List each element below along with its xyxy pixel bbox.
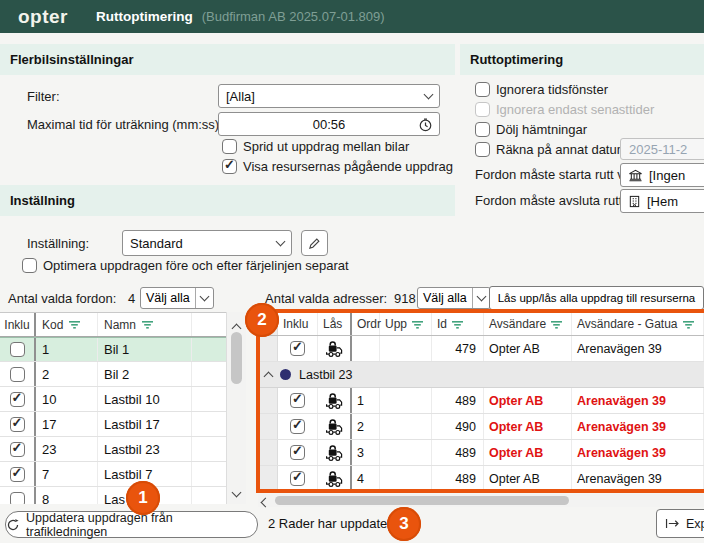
include-checkbox[interactable]: [290, 471, 305, 486]
upp-cell: [380, 336, 432, 361]
ordr-cell: 3: [352, 440, 380, 465]
address-row[interactable]: 479 Opter AB Arenavägen 39: [258, 336, 704, 362]
chevron-down-icon: [472, 288, 490, 308]
column-header-namn[interactable]: Namn: [98, 313, 192, 336]
column-header-ordr[interactable]: Ordr: [352, 313, 380, 335]
filter-icon[interactable]: [69, 320, 81, 329]
scrollbar-thumb[interactable]: [231, 332, 242, 384]
vehicle-row[interactable]: 23 Lastbil 23: [0, 437, 226, 462]
include-checkbox[interactable]: [10, 492, 25, 505]
scroll-left-icon[interactable]: [262, 492, 269, 510]
valj-alla-adresser-dropdown[interactable]: Välj alla: [417, 287, 491, 309]
export-button[interactable]: Expo: [656, 509, 704, 538]
column-label: Id: [437, 317, 447, 331]
valj-alla-fordon-dropdown[interactable]: Välj alla: [140, 287, 214, 309]
include-checkbox[interactable]: [10, 367, 25, 382]
date-field: 2025-11-2: [620, 138, 704, 160]
filter-icon[interactable]: [551, 320, 563, 329]
lock-truck-icon: [318, 440, 352, 465]
upp-cell: [380, 466, 432, 491]
empty-cell: [192, 362, 226, 386]
vehicles-scrollbar[interactable]: [226, 312, 246, 504]
uppdatera-uppdrag-button[interactable]: Uppdatera uppdragen från trafikledningen: [5, 511, 258, 538]
addresses-hscrollbar[interactable]: [258, 494, 704, 507]
group-row-lastbil-23[interactable]: Lastbil 23: [258, 362, 704, 388]
filter-icon[interactable]: [452, 320, 464, 329]
indent-cell: [258, 388, 278, 413]
collapse-icon[interactable]: [264, 371, 274, 381]
include-checkbox[interactable]: [290, 393, 305, 408]
start-rutt-dropdown[interactable]: [Ingen: [620, 163, 704, 187]
address-row[interactable]: 2 490 Opter AB Arenavägen 39: [258, 414, 704, 440]
start-rutt-label: Fordon måste starta rutt vid:: [475, 167, 638, 182]
avsluta-rutt-dropdown[interactable]: [Hem: [620, 189, 704, 213]
vehicle-row[interactable]: 7 Lastbil 7: [0, 462, 226, 487]
antal-fordon-label: Antal valda fordon:: [8, 291, 116, 306]
section-header-installning: Inställning: [0, 185, 455, 216]
maxtime-input[interactable]: 00:56: [218, 112, 440, 136]
clock-icon[interactable]: [418, 117, 433, 132]
avsandare-cell: Opter AB: [484, 388, 572, 413]
include-checkbox[interactable]: [10, 342, 25, 357]
empty-cell: [192, 437, 226, 461]
checkbox-sprid-ut[interactable]: Sprid ut uppdrag mellan bilar: [222, 139, 409, 154]
empty-cell: [192, 387, 226, 411]
column-header-inklu[interactable]: Inklu: [0, 313, 36, 336]
include-checkbox[interactable]: [10, 467, 25, 482]
include-checkbox[interactable]: [10, 417, 25, 432]
address-row[interactable]: 4 489 Opter AB Arenavägen 39: [258, 466, 704, 492]
column-header-inklu[interactable]: Inklu: [278, 313, 318, 335]
include-checkbox[interactable]: [290, 419, 305, 434]
checkbox-box[interactable]: [222, 139, 237, 154]
las-upp-button[interactable]: Lås upp/lås alla uppdrag till resurserna: [489, 286, 704, 310]
column-header-las[interactable]: Lås: [318, 313, 352, 335]
scrollbar-thumb[interactable]: [275, 496, 569, 505]
id-cell: 489: [432, 466, 484, 491]
include-checkbox[interactable]: [290, 445, 305, 460]
checkbox-box[interactable]: [475, 142, 490, 157]
id-cell: 489: [432, 440, 484, 465]
scroll-down-icon[interactable]: [233, 482, 240, 500]
installning-dropdown[interactable]: Standard: [122, 230, 292, 256]
include-checkbox[interactable]: [290, 341, 305, 356]
vehicle-row[interactable]: 2 Bil 2: [0, 362, 226, 387]
include-checkbox[interactable]: [10, 392, 25, 407]
edit-setting-button[interactable]: [301, 230, 328, 256]
column-header-avsandare[interactable]: Avsändare: [484, 313, 572, 335]
checkbox-visa-resurser[interactable]: Visa resursernas pågående uppdrag: [222, 159, 453, 174]
section-header-ruttoptimering: Ruttoptimering: [460, 44, 704, 75]
checkbox-ignorera-tidsfonster[interactable]: Ignorera tidsfönster: [475, 82, 608, 97]
checkbox-dolj-hamtningar[interactable]: Dölj hämtningar: [475, 122, 587, 137]
checkbox-box[interactable]: [22, 258, 37, 273]
filter-icon[interactable]: [683, 320, 695, 329]
vehicle-row[interactable]: 1 Bil 1: [0, 337, 226, 362]
address-row[interactable]: 3 489 Opter AB Arenavägen 39: [258, 440, 704, 466]
column-label: Namn: [104, 318, 136, 332]
indent-cell: [258, 440, 278, 465]
id-cell: 490: [432, 414, 484, 439]
column-header-upp[interactable]: Upp: [380, 313, 432, 335]
column-header-gatuadress[interactable]: Avsändare - Gatua: [572, 313, 704, 335]
upp-cell: [380, 388, 432, 413]
checkbox-box[interactable]: [222, 159, 237, 174]
vehicle-row[interactable]: 17 Lastbil 17: [0, 412, 226, 437]
checkbox-box[interactable]: [475, 122, 490, 137]
gatuadress-cell: Arenavägen 39: [572, 466, 704, 491]
column-header-kod[interactable]: Kod: [36, 313, 98, 336]
addresses-table: Inklu Lås Ordr Upp Id Avsändare Avsändar…: [258, 313, 704, 492]
checkbox-label: Ignorera tidsfönster: [496, 82, 608, 97]
filter-icon[interactable]: [142, 320, 154, 329]
vehicle-row[interactable]: 8 Las: [0, 487, 226, 504]
filter-icon[interactable]: [412, 320, 424, 329]
column-header-id[interactable]: Id: [432, 313, 484, 335]
id-cell: 489: [432, 388, 484, 413]
checkbox-box[interactable]: [475, 82, 490, 97]
checkbox-optimera-farjelinjen[interactable]: Optimera uppdragen före och efter färjel…: [22, 258, 349, 273]
gatuadress-cell: Arenavägen 39: [572, 388, 704, 413]
checkbox-rakna-annat-datum[interactable]: Räkna på annat datum: [475, 142, 628, 157]
filter-dropdown[interactable]: [Alla]: [218, 84, 440, 108]
address-row[interactable]: 1 489 Opter AB Arenavägen 39: [258, 388, 704, 414]
vehicle-row[interactable]: 10 Lastbil 10: [0, 387, 226, 412]
include-checkbox[interactable]: [10, 442, 25, 457]
ruttoptimering-window: opter Ruttoptimering (Budfirman AB 2025.…: [0, 0, 704, 543]
